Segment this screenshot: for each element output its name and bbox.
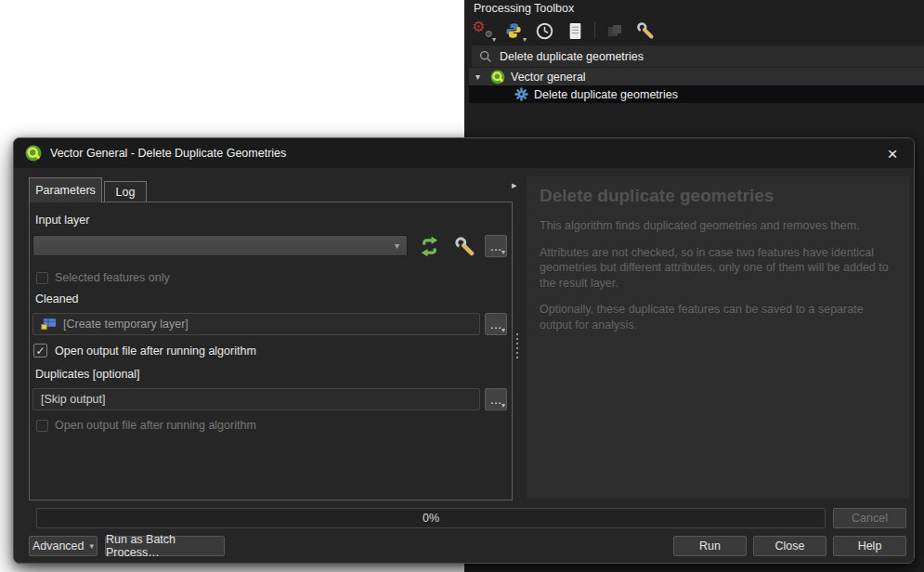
iterate-loop-icon [418, 235, 441, 258]
input-layer-browse-button[interactable]: … ▾ [485, 235, 507, 257]
help-heading: Delete duplicate geometries [540, 186, 896, 206]
dropdown-arrow-icon: ▾ [523, 36, 527, 44]
progress-label: 0% [423, 512, 439, 525]
toolbar-separator [594, 22, 595, 39]
tree-group-label: Vector general [511, 71, 586, 84]
search-input[interactable] [500, 50, 917, 63]
expander-down-icon[interactable]: ▾ [475, 72, 485, 82]
input-layer-label: Input layer [35, 214, 89, 227]
help-paragraph: Attributes are not checked, so in case t… [540, 245, 896, 292]
python-icon[interactable]: ▾ [502, 20, 525, 42]
chevron-down-icon: ▾ [395, 240, 399, 251]
cleaned-output-field[interactable]: [Create temporary layer] [33, 313, 480, 335]
search-bar[interactable] [472, 46, 924, 67]
cancel-button[interactable]: Cancel [833, 508, 906, 528]
duplicates-browse-button[interactable]: … ▾ [485, 388, 507, 410]
dialog-titlebar[interactable]: Vector General - Delete Duplicate Geomet… [14, 138, 914, 168]
splitter-handle[interactable] [516, 333, 518, 358]
tab-parameters[interactable]: Parameters [29, 177, 102, 202]
help-panel: Delete duplicate geometries This algorit… [527, 176, 909, 499]
open-duplicates-label: Open output file after running algorithm [55, 419, 256, 432]
tree-item-delete-duplicate-geometries[interactable]: Delete duplicate geometries [469, 85, 924, 103]
dialog-delete-duplicate-geometries: Vector General - Delete Duplicate Geomet… [13, 137, 915, 564]
open-output-checkbox[interactable]: ✓ [33, 344, 47, 358]
temporary-layer-icon [41, 318, 57, 331]
qgis-logo-icon [25, 145, 42, 162]
run-button[interactable]: Run [673, 536, 747, 556]
search-icon [479, 50, 492, 63]
cleaned-output-value: [Create temporary layer] [63, 318, 189, 331]
advanced-options-button[interactable] [451, 233, 477, 259]
duplicates-label: Duplicates [optional] [35, 368, 140, 381]
cleaned-label: Cleaned [35, 292, 79, 306]
processing-gears-icon[interactable]: ⚙ ⚙ ▾ [472, 20, 494, 42]
advanced-button[interactable]: Advanced ▾ [29, 536, 98, 556]
selected-features-label: Selected features only [55, 271, 170, 284]
iterate-over-layer-button[interactable] [416, 233, 442, 259]
progress-bar: 0% [36, 508, 826, 528]
history-icon[interactable] [533, 20, 555, 42]
open-output-label[interactable]: Open output file after running algorithm [55, 344, 256, 358]
dropdown-arrow-icon: ▾ [501, 327, 505, 334]
collapse-help-icon[interactable]: ▸ [512, 179, 517, 191]
run-as-batch-button[interactable]: Run as Batch Process… [105, 536, 225, 556]
dropdown-arrow-icon: ▾ [501, 249, 505, 256]
check-icon: ✓ [35, 344, 45, 358]
cleaned-browse-button[interactable]: … ▾ [485, 313, 507, 335]
dialog-title: Vector General - Delete Duplicate Geomet… [50, 147, 286, 160]
parameters-pane: Input layer ▾ … ▾ Selected features onl [29, 202, 513, 500]
close-button[interactable]: Close [753, 536, 826, 556]
log-icon[interactable] [564, 20, 586, 42]
toolbox-toolbar: ⚙ ⚙ ▾ ▾ [472, 19, 657, 43]
dropdown-arrow-icon: ▾ [501, 402, 505, 410]
options-wrench-icon[interactable] [634, 20, 657, 42]
dropdown-arrow-icon: ▾ [492, 36, 496, 44]
panel-title: Processing Toolbox [474, 2, 574, 15]
tab-log[interactable]: Log [104, 181, 147, 202]
duplicates-output-value: [Skip output] [41, 393, 106, 406]
algorithm-gear-icon [514, 87, 528, 101]
selected-features-checkbox [36, 272, 48, 284]
wrench-icon [454, 236, 475, 257]
tree-item-label: Delete duplicate geometries [534, 88, 678, 101]
close-icon[interactable]: × [882, 143, 903, 163]
duplicates-output-field[interactable]: [Skip output] [33, 388, 480, 410]
chevron-down-icon: ▾ [90, 541, 95, 551]
help-paragraph: This algorithm finds duplicated geometri… [540, 218, 896, 234]
input-layer-combobox[interactable]: ▾ [33, 235, 408, 256]
open-duplicates-checkbox [36, 420, 48, 432]
tree-group-vector-general[interactable]: ▾ Vector general [469, 68, 924, 85]
qgis-logo-icon [490, 70, 505, 84]
help-button[interactable]: Help [833, 536, 906, 556]
models-icon[interactable] [604, 20, 626, 42]
help-paragraph: Optionally, these duplicate features can… [540, 302, 896, 332]
